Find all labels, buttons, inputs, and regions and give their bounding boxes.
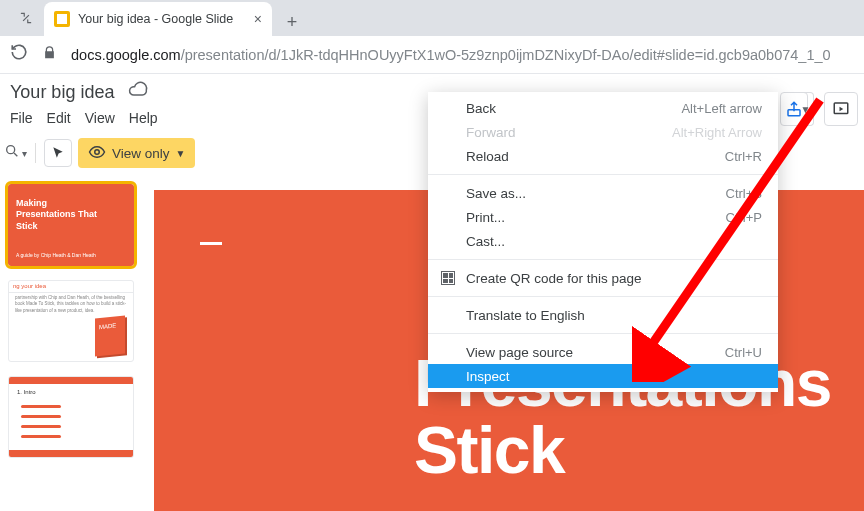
ctx-view-source-shortcut: Ctrl+U xyxy=(725,345,762,360)
select-tool-button[interactable] xyxy=(44,139,72,167)
url-host: docs.google.com xyxy=(71,47,181,63)
expand-icon[interactable] xyxy=(8,0,44,36)
ctx-reload-shortcut: Ctrl+R xyxy=(725,149,762,164)
thumb-3-title: 1. Intro xyxy=(17,389,36,395)
ctx-reload[interactable]: Reload Ctrl+R xyxy=(428,144,778,168)
context-menu: Back Alt+Left arrow Forward Alt+Right Ar… xyxy=(428,92,778,392)
menu-help[interactable]: Help xyxy=(129,110,158,126)
ctx-separator xyxy=(428,174,778,175)
eye-icon xyxy=(88,143,106,164)
ctx-separator xyxy=(428,333,778,334)
zoom-control[interactable]: ▾ xyxy=(4,143,36,163)
thumb-3-line xyxy=(21,405,61,408)
chevron-down-icon: ▾ xyxy=(22,148,27,159)
ctx-save-as-label: Save as... xyxy=(466,186,526,201)
ctx-print-shortcut: Ctrl+P xyxy=(726,210,762,225)
svg-point-1 xyxy=(95,149,100,154)
present-button[interactable] xyxy=(824,92,858,126)
thumb-3-line xyxy=(21,425,61,428)
book-icon xyxy=(95,315,125,356)
ctx-qr-label: Create QR code for this page xyxy=(466,271,642,286)
view-mode-label: View only xyxy=(112,146,170,161)
thumb-3-line xyxy=(21,435,61,438)
reload-button[interactable] xyxy=(10,43,28,66)
thumb-2-body: partnership with Chip and Dan Heath, of … xyxy=(15,295,127,314)
ctx-back[interactable]: Back Alt+Left arrow xyxy=(428,96,778,120)
browser-tab-strip: Your big idea - Google Slide × + xyxy=(0,0,864,36)
ctx-separator xyxy=(428,259,778,260)
ctx-translate[interactable]: Translate to English xyxy=(428,303,778,327)
header-actions: ▼ xyxy=(780,92,864,126)
doc-title[interactable]: Your big idea xyxy=(10,82,114,103)
menu-file[interactable]: File xyxy=(10,110,33,126)
ctx-back-shortcut: Alt+Left arrow xyxy=(681,101,762,116)
slide-thumb-3[interactable]: 1. Intro xyxy=(8,376,134,458)
ctx-cast-label: Cast... xyxy=(466,234,505,249)
slide-thumbnails: Making Presentations That Stick A guide … xyxy=(0,178,142,511)
address-bar: docs.google.com/presentation/d/1JkR-tdqH… xyxy=(0,36,864,74)
ctx-forward-label: Forward xyxy=(466,125,516,140)
chevron-down-icon: ▼ xyxy=(176,148,186,159)
thumb-2-header: ng your idea xyxy=(9,281,133,293)
tab-title: Your big idea - Google Slide xyxy=(78,12,246,26)
ctx-print-label: Print... xyxy=(466,210,505,225)
url-path: /presentation/d/1JkR-tdqHHnOUyyFtX1wO-5z… xyxy=(181,47,831,63)
ctx-inspect[interactable]: Inspect xyxy=(428,364,778,388)
thumb-1-subtitle: A guide by Chip Heath & Dan Heath xyxy=(16,252,96,258)
ctx-print[interactable]: Print... Ctrl+P xyxy=(428,205,778,229)
ctx-cast[interactable]: Cast... xyxy=(428,229,778,253)
ctx-forward: Forward Alt+Right Arrow xyxy=(428,120,778,144)
thumb-3-bottombar xyxy=(9,450,133,457)
menu-edit[interactable]: Edit xyxy=(47,110,71,126)
lock-icon[interactable] xyxy=(42,45,57,64)
slides-favicon-icon xyxy=(54,11,70,27)
share-dropdown-button[interactable]: ▼ xyxy=(798,92,814,126)
ctx-view-source-label: View page source xyxy=(466,345,573,360)
svg-point-0 xyxy=(7,146,15,154)
ctx-translate-label: Translate to English xyxy=(466,308,585,323)
qr-code-icon xyxy=(440,270,456,286)
new-tab-button[interactable]: + xyxy=(278,8,306,36)
cloud-saved-icon[interactable] xyxy=(128,80,148,104)
zoom-icon xyxy=(4,143,20,163)
tab-close-icon[interactable]: × xyxy=(254,11,262,27)
ctx-inspect-label: Inspect xyxy=(466,369,510,384)
browser-tab[interactable]: Your big idea - Google Slide × xyxy=(44,2,272,36)
ctx-separator xyxy=(428,296,778,297)
menu-view[interactable]: View xyxy=(85,110,115,126)
thumb-3-line xyxy=(21,415,61,418)
slide-thumb-1[interactable]: Making Presentations That Stick A guide … xyxy=(8,184,134,266)
thumb-1-title: Making Presentations That Stick xyxy=(16,198,106,232)
url-text[interactable]: docs.google.com/presentation/d/1JkR-tdqH… xyxy=(71,47,831,63)
ctx-forward-shortcut: Alt+Right Arrow xyxy=(672,125,762,140)
view-mode-button[interactable]: View only ▼ xyxy=(78,138,195,168)
slide-accent-line xyxy=(200,242,222,245)
ctx-back-label: Back xyxy=(466,101,496,116)
slide-thumb-2[interactable]: ng your idea partnership with Chip and D… xyxy=(8,280,134,362)
ctx-reload-label: Reload xyxy=(466,149,509,164)
ctx-create-qr[interactable]: Create QR code for this page xyxy=(428,266,778,290)
ctx-view-source[interactable]: View page source Ctrl+U xyxy=(428,340,778,364)
ctx-save-as[interactable]: Save as... Ctrl+S xyxy=(428,181,778,205)
ctx-save-as-shortcut: Ctrl+S xyxy=(726,186,762,201)
thumb-3-topbar xyxy=(9,377,133,384)
